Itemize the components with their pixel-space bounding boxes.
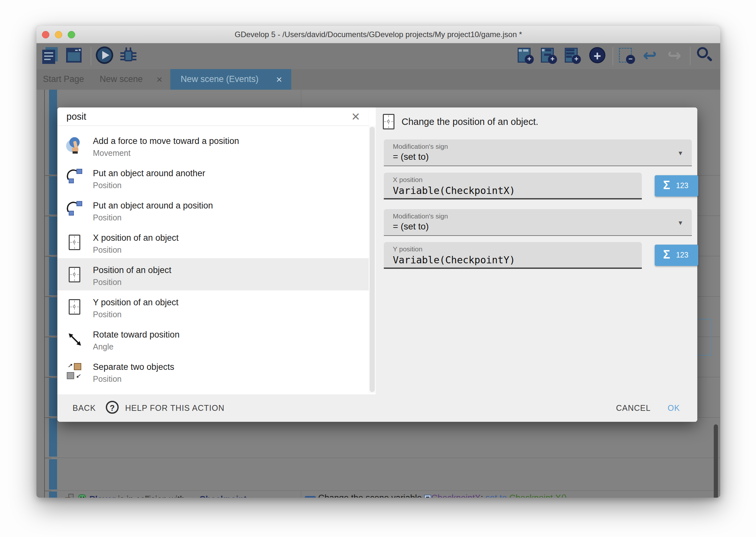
rotate-icon xyxy=(67,332,82,347)
object-link[interactable]: Player xyxy=(89,494,115,498)
result-category: Position xyxy=(93,374,122,384)
event-selection-bar[interactable] xyxy=(49,176,57,215)
y-position-input[interactable]: Y position Variable(CheckpointY) xyxy=(384,242,642,269)
toolbar: + + + xyxy=(36,43,720,69)
close-tab-icon[interactable]: × xyxy=(276,74,282,86)
event-selection-bar[interactable] xyxy=(49,90,57,175)
action-search-input[interactable] xyxy=(66,110,341,123)
sigma-icon: Σ xyxy=(663,179,670,192)
event-selection-bar[interactable] xyxy=(49,338,57,376)
dialog-footer: BACK ? HELP FOR THIS ACTION CANCEL OK xyxy=(57,394,697,422)
undo-button[interactable]: ↩ xyxy=(642,46,661,66)
help-icon[interactable]: ? xyxy=(106,401,119,414)
chevron-down-icon: ▼ xyxy=(677,220,683,227)
movement-icon xyxy=(66,137,84,154)
put-around-icon xyxy=(66,169,84,187)
field-value: Variable(CheckpointX) xyxy=(393,185,515,196)
event-selection-bar[interactable] xyxy=(49,491,57,498)
tab-bar: Start Page New scene × New scene (Events… xyxy=(36,69,720,90)
expression-label: 123 xyxy=(676,181,688,190)
field-label: Y position xyxy=(393,245,423,253)
redo-button[interactable]: ↪ xyxy=(667,46,685,66)
ok-button[interactable]: OK xyxy=(668,403,680,413)
field-value: = (set to) xyxy=(393,152,429,162)
results-scrollbar[interactable] xyxy=(370,127,375,392)
result-title: Y position of an object xyxy=(93,298,178,308)
result-row[interactable]: Y position of an object Position xyxy=(57,290,369,323)
event-selection-bar[interactable] xyxy=(49,378,57,416)
window-title: GDevelop 5 - /Users/david/Documents/GDev… xyxy=(36,30,720,39)
event-selection-bar[interactable] xyxy=(49,459,57,490)
result-row[interactable]: ↗ ↙ Separate two objects Position xyxy=(57,355,369,387)
add-event-button[interactable]: + xyxy=(516,46,535,66)
add-comment-button[interactable]: + xyxy=(563,46,582,66)
tab-start-page[interactable]: Start Page xyxy=(36,69,94,90)
search-events-button[interactable] xyxy=(696,46,714,66)
field-label: Modification's sign xyxy=(393,212,448,220)
tab-new-scene-events[interactable]: New scene (Events) × xyxy=(170,69,291,90)
choose-add-button[interactable]: + xyxy=(588,46,607,66)
field-label: Modification's sign xyxy=(393,143,448,150)
action-editor-dialog: × Add a force to move toward a position … xyxy=(57,107,697,422)
result-category: Movement xyxy=(93,148,131,158)
event-selection-bar[interactable] xyxy=(49,297,57,336)
event-selection-bar[interactable] xyxy=(49,418,57,457)
arrow-sw-icon: ↙ xyxy=(76,373,80,380)
conditions-actions-divider xyxy=(301,490,301,498)
result-category: Angle xyxy=(93,342,114,351)
event-selection-bar[interactable] xyxy=(49,217,57,255)
action-row[interactable]: Var Change the scene variable Checkpoint… xyxy=(305,493,567,498)
field-label: X position xyxy=(393,176,423,184)
operator-text: set to xyxy=(485,493,509,498)
help-button[interactable]: HELP FOR THIS ACTION xyxy=(125,403,224,413)
back-button[interactable]: BACK xyxy=(73,403,96,413)
result-row[interactable]: X position of an object Position xyxy=(57,226,369,258)
result-category: Position xyxy=(93,277,122,287)
variable-name: CheckpointX xyxy=(431,493,480,498)
events-scrollbar[interactable] xyxy=(714,424,718,498)
result-category: Position xyxy=(93,213,122,222)
result-row[interactable]: Add a force to move toward a position Mo… xyxy=(57,129,369,161)
condition-text: is in collision with xyxy=(115,494,187,498)
result-row[interactable]: Put an object around a position Position xyxy=(57,194,369,226)
result-row[interactable]: Rotate toward position Angle xyxy=(57,323,369,355)
collision-icon xyxy=(64,494,75,498)
delete-selection-button[interactable]: − xyxy=(618,46,636,66)
result-row-selected[interactable]: Position of an object Position xyxy=(57,258,369,290)
redo-icon: ↪ xyxy=(667,46,682,64)
result-title: Position of an object xyxy=(93,265,171,275)
modification-sign-select[interactable]: Modification's sign = (set to) ▼ xyxy=(384,140,692,166)
clear-search-icon[interactable]: × xyxy=(352,108,360,125)
event-selection-bar[interactable] xyxy=(49,257,57,295)
y-expression-button[interactable]: Σ 123 xyxy=(655,245,698,266)
result-title: Put an object around a position xyxy=(93,201,213,211)
add-subevent-button[interactable]: + xyxy=(540,46,558,66)
close-tab-icon[interactable]: × xyxy=(156,74,163,86)
undo-icon: ↩ xyxy=(643,46,657,64)
tab-label: Start Page xyxy=(43,74,84,84)
arrow-ne-icon: ↗ xyxy=(67,362,72,369)
debug-button[interactable] xyxy=(119,46,138,66)
play-preview-button[interactable] xyxy=(96,46,115,66)
result-row[interactable]: Put an object around another Position xyxy=(57,161,369,194)
object-link[interactable]: Checkpoint xyxy=(199,494,247,498)
toolbar-separator xyxy=(91,47,91,65)
x-expression-button[interactable]: Σ 123 xyxy=(655,175,698,196)
indent-guide xyxy=(44,90,45,498)
project-manager-button[interactable] xyxy=(41,46,60,66)
scene-editor-button[interactable] xyxy=(65,46,84,66)
result-title: Separate two objects xyxy=(93,362,174,372)
field-value: Variable(CheckpointY) xyxy=(393,254,515,266)
player-object-icon xyxy=(77,494,87,498)
x-position-input[interactable]: X position Variable(CheckpointX) xyxy=(384,173,642,199)
modification-sign-select[interactable]: Modification's sign = (set to) ▼ xyxy=(384,209,692,236)
result-title: Rotate toward position xyxy=(93,330,180,340)
position-icon xyxy=(383,114,395,129)
cancel-button[interactable]: CANCEL xyxy=(616,403,651,413)
condition-row[interactable]: Player is in collision with Checkpoint xyxy=(64,494,247,498)
tab-label: New scene xyxy=(100,74,143,84)
titlebar: GDevelop 5 - /Users/david/Documents/GDev… xyxy=(36,26,720,43)
tab-new-scene[interactable]: New scene × xyxy=(94,69,170,90)
action-detail-panel: Change the position of an object. Modifi… xyxy=(376,107,697,394)
variable-value-icon xyxy=(424,495,431,498)
